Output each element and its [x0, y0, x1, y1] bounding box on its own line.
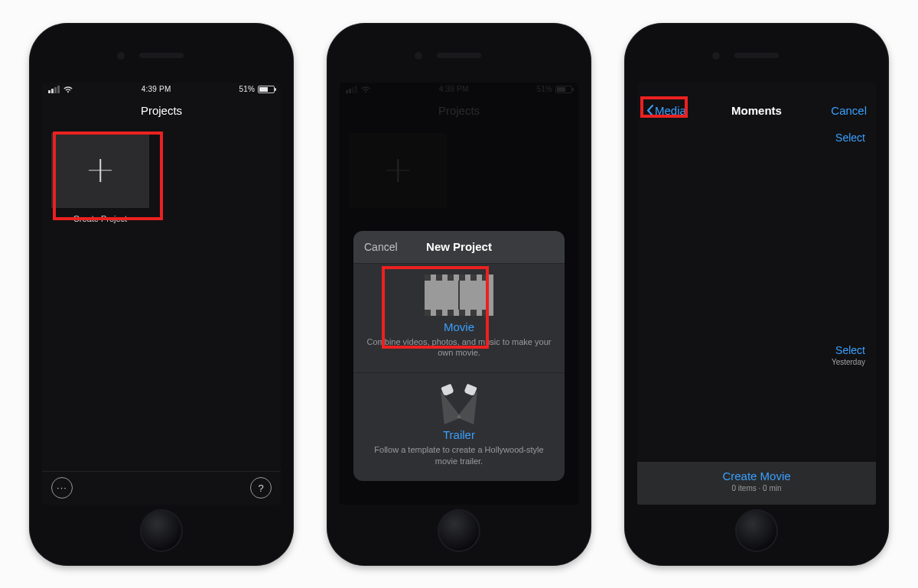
nav-bar: Projects	[42, 96, 281, 125]
back-label: Media	[655, 104, 686, 117]
status-bar	[637, 83, 876, 96]
option-movie-label: Movie	[366, 320, 552, 333]
phone-speaker	[437, 53, 481, 58]
modal-title: New Project	[426, 240, 492, 253]
signal-icon	[48, 86, 60, 93]
battery-icon	[258, 86, 275, 93]
screen-projects: 4:39 PM 51% Projects Create Project ··· …	[42, 83, 281, 505]
home-button[interactable]	[140, 509, 183, 552]
nav-bar: Media Moments Cancel	[637, 96, 876, 125]
section-date-label: Yesterday	[637, 358, 876, 371]
create-movie-sub: 0 items · 0 min	[637, 484, 876, 492]
phone-mock-3: Media Moments Cancel Select Select Yeste…	[624, 23, 889, 566]
plus-icon	[84, 154, 116, 187]
wifi-icon	[63, 86, 73, 93]
cancel-button[interactable]: Cancel	[831, 104, 867, 117]
spotlight-icon	[436, 384, 482, 425]
create-project-tile[interactable]	[51, 133, 149, 208]
back-media-button[interactable]: Media	[646, 104, 686, 117]
create-movie-button[interactable]: Create Movie	[637, 469, 876, 482]
create-movie-bar[interactable]: Create Movie 0 items · 0 min	[637, 462, 876, 505]
screen-moments: Media Moments Cancel Select Select Yeste…	[637, 83, 876, 505]
bottom-toolbar: ··· ?	[42, 471, 281, 505]
filmstrip-icon	[425, 275, 493, 316]
new-project-modal: Cancel New Project Movie Combine videos,…	[353, 231, 565, 481]
phone-camera	[117, 52, 125, 60]
status-time: 4:39 PM	[142, 85, 171, 93]
page-title: Projects	[141, 104, 182, 117]
phone-mock-1: 4:39 PM 51% Projects Create Project ··· …	[29, 23, 294, 566]
phone-camera	[712, 52, 720, 60]
battery-pct: 51%	[239, 85, 255, 93]
create-project-label: Create Project	[51, 214, 149, 223]
home-button[interactable]	[438, 509, 480, 552]
home-button[interactable]	[735, 509, 778, 552]
screen-new-project-modal: 4:39 PM 51% Projects Cancel New Project …	[340, 83, 578, 505]
option-trailer-desc: Follow a template to create a Hollywood-…	[366, 444, 552, 467]
more-button[interactable]: ···	[51, 477, 73, 499]
option-trailer[interactable]: Trailer Follow a template to create a Ho…	[353, 372, 565, 481]
chevron-left-icon	[646, 105, 653, 116]
status-bar: 4:39 PM 51%	[42, 83, 281, 96]
section-select-button-2[interactable]: Select	[637, 338, 876, 358]
phone-speaker	[734, 53, 779, 58]
section-select-button-1[interactable]: Select	[637, 125, 876, 145]
option-movie[interactable]: Movie Combine videos, photos, and music …	[353, 263, 565, 373]
phone-speaker	[139, 53, 184, 58]
question-icon: ?	[258, 482, 263, 494]
help-button[interactable]: ?	[250, 477, 272, 499]
option-movie-desc: Combine videos, photos, and music to mak…	[366, 336, 552, 359]
option-trailer-label: Trailer	[366, 428, 552, 441]
modal-cancel-button[interactable]: Cancel	[364, 241, 398, 253]
phone-mock-2: 4:39 PM 51% Projects Cancel New Project …	[327, 23, 591, 566]
page-title: Moments	[731, 104, 782, 117]
phone-camera	[415, 52, 422, 60]
moments-list[interactable]: Select Select Yesterday	[637, 125, 876, 462]
